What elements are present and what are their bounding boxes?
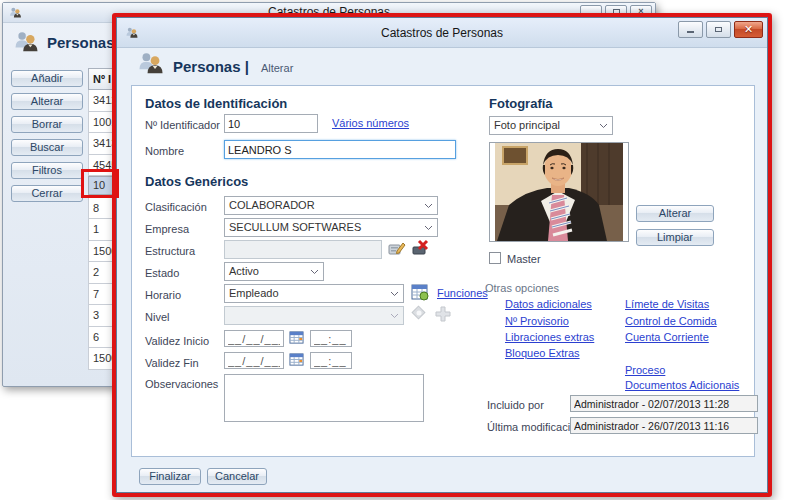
estado-label: Estado — [145, 267, 179, 279]
edit-structure-icon[interactable] — [388, 239, 406, 257]
ultima-modificacion-label: Última modificación — [487, 421, 582, 433]
nombre-label: Nombre — [145, 145, 184, 157]
person-photo — [489, 142, 629, 242]
ultima-modificacion-value — [570, 417, 758, 434]
bloqueo-extras-link[interactable]: Bloqueo Extras — [505, 347, 580, 359]
estado-select[interactable]: Activo — [224, 262, 324, 281]
main-window: Catastros de Personas ✕ Personas | Alter… — [112, 13, 772, 497]
nivel-label: Nivel — [145, 311, 169, 323]
datos-adicionales-link[interactable]: Datos adicionales — [505, 298, 592, 310]
minimize-icon — [687, 31, 694, 33]
cuenta-corriente-link[interactable]: Cuenta Corriente — [625, 331, 709, 343]
id-label: Nº Identificador — [145, 119, 220, 131]
chevron-down-icon — [424, 203, 433, 209]
validez-fin-label: Validez Fin — [145, 357, 199, 369]
observaciones-textarea[interactable] — [224, 374, 424, 422]
filtros-button[interactable]: Filtros — [11, 162, 83, 179]
minimize-button[interactable] — [678, 21, 703, 38]
cancelar-button[interactable]: Cancelar — [207, 468, 267, 485]
clasificacion-label: Clasificación — [145, 201, 207, 213]
chevron-down-icon — [390, 313, 399, 319]
calendar-icon[interactable] — [289, 352, 304, 367]
incluido-por-value — [570, 395, 758, 412]
cerrar-button[interactable]: Cerrar — [11, 185, 83, 202]
empresa-select[interactable]: SECULLUM SOFTWARES — [224, 218, 438, 237]
otras-opciones-title: Otras opciones — [485, 282, 559, 294]
funciones-link[interactable]: Funciones — [437, 287, 488, 299]
form-panel: Datos de Identificación Nº Identificador… — [131, 85, 755, 457]
photo-limpiar-button[interactable]: Limpiar — [636, 229, 714, 246]
photo-alterar-button[interactable]: Alterar — [636, 205, 714, 222]
close-icon: ✕ — [744, 24, 753, 35]
schedule-calendar-icon[interactable] — [411, 283, 429, 301]
nivel-add-icon — [434, 305, 452, 323]
id-input[interactable] — [224, 114, 318, 133]
estructura-label: Estructura — [145, 245, 195, 257]
validez-fin-date-input[interactable] — [224, 352, 284, 369]
chevron-down-icon — [390, 291, 399, 297]
main-titlebar[interactable]: Catastros de Personas ✕ — [117, 18, 767, 48]
libraciones-extras-link[interactable]: Libraciones extras — [505, 331, 594, 343]
limete-visitas-link[interactable]: Límete de Visitas — [625, 298, 709, 310]
bg-page-header: Personas — [13, 31, 115, 53]
maximize-button[interactable] — [706, 21, 731, 38]
nivel-view-icon — [411, 305, 429, 323]
documentos-adicionais-link[interactable]: Documentos Adicionais — [625, 379, 739, 391]
foto-select[interactable]: Foto principal — [489, 116, 613, 135]
proceso-link[interactable]: Proceso — [625, 364, 665, 376]
estructura-input — [224, 240, 382, 259]
section-identificacion: Datos de Identificación — [145, 96, 287, 111]
control-comida-link[interactable]: Control de Comida — [625, 315, 717, 327]
calendar-icon[interactable] — [289, 330, 304, 345]
anadir-button[interactable]: Añadir — [11, 70, 83, 87]
selected-row-annotation — [81, 169, 119, 198]
maximize-icon — [715, 27, 722, 32]
varios-numeros-link[interactable]: Vários números — [332, 117, 409, 129]
borrar-button[interactable]: Borrar — [11, 116, 83, 133]
nombre-input[interactable] — [224, 140, 456, 159]
empresa-label: Empresa — [145, 223, 189, 235]
main-window-title: Catastros de Personas — [117, 26, 767, 40]
numero-provisorio-link[interactable]: Nº Provisorio — [505, 315, 569, 327]
validez-inicio-time-input[interactable] — [310, 330, 352, 347]
delete-structure-icon[interactable] — [411, 239, 429, 257]
validez-fin-time-input[interactable] — [310, 352, 352, 369]
chevron-down-icon — [599, 123, 608, 129]
master-label: Master — [507, 253, 541, 265]
people-icon — [137, 52, 165, 75]
section-fotografia: Fotografía — [489, 96, 553, 111]
page-header: Personas | Alterar — [137, 52, 293, 75]
chevron-down-icon — [310, 269, 319, 275]
nivel-select — [224, 306, 404, 325]
validez-inicio-date-input[interactable] — [224, 330, 284, 347]
alterar-button[interactable]: Alterar — [11, 93, 83, 110]
page-title: Personas | — [173, 58, 249, 75]
clasificacion-select[interactable]: COLABORADOR — [224, 196, 438, 215]
buscar-button[interactable]: Buscar — [11, 139, 83, 156]
horario-label: Horario — [145, 289, 181, 301]
close-button[interactable]: ✕ — [734, 21, 763, 38]
chevron-down-icon — [424, 225, 433, 231]
validez-inicio-label: Validez Inicio — [145, 335, 209, 347]
bg-page-title: Personas — [47, 34, 115, 51]
horario-select[interactable]: Empleado — [224, 284, 404, 303]
section-genericos: Datos Genéricos — [145, 174, 248, 189]
finalizar-button[interactable]: Finalizar — [139, 468, 201, 485]
observaciones-label: Observaciones — [145, 378, 218, 390]
page-mode-label: Alterar — [261, 62, 293, 74]
master-checkbox[interactable] — [489, 252, 501, 264]
people-icon — [13, 31, 40, 53]
incluido-por-label: Incluido por — [487, 399, 544, 411]
